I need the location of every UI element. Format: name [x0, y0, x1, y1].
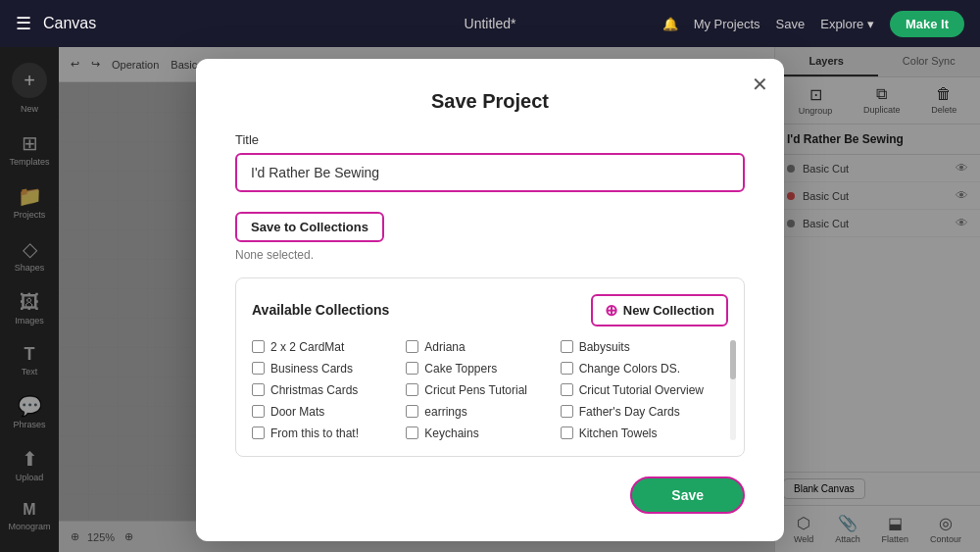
top-bar-right: 🔔 My Projects Save Explore ▾ Make It	[662, 11, 964, 37]
collection-label: From this to that!	[270, 427, 359, 440]
list-item[interactable]: Change Colors DS.	[561, 362, 714, 376]
top-bar-left: ☰ Canvas	[16, 13, 96, 34]
save-project-modal: ✕ Save Project Title Save to Collections…	[196, 59, 784, 541]
plus-circle-icon: ⊕	[605, 301, 617, 320]
list-item[interactable]: Kitchen Towels	[561, 427, 714, 440]
list-item[interactable]: Business Cards	[252, 362, 406, 376]
my-projects-link[interactable]: My Projects	[694, 17, 760, 31]
checkbox-keychains[interactable]	[406, 427, 418, 439]
collection-label: 2 x 2 CardMat	[270, 340, 344, 354]
collection-label: earrings	[424, 405, 466, 419]
checkbox-cricut-pens[interactable]	[406, 383, 418, 396]
collections-scrollbar[interactable]	[730, 340, 736, 440]
list-item[interactable]: From this to that!	[252, 427, 406, 440]
scrollbar-thumb	[730, 340, 736, 379]
project-title-input[interactable]	[235, 153, 745, 192]
save-button[interactable]: Save	[630, 477, 745, 514]
app-title: Canvas	[43, 15, 96, 32]
collections-box: Available Collections ⊕ New Collection 2…	[235, 277, 745, 457]
collection-label: Father's Day Cards	[579, 405, 680, 419]
checkbox-from-this[interactable]	[252, 427, 265, 439]
collection-label: Babysuits	[579, 340, 630, 354]
modal-title: Save Project	[235, 90, 745, 113]
collection-label: Adriana	[424, 340, 465, 354]
list-item[interactable]: 2 x 2 CardMat	[252, 340, 406, 354]
collection-label: Kitchen Towels	[579, 427, 658, 440]
modal-footer: Save	[235, 477, 745, 514]
checkbox-cake-toppers[interactable]	[406, 362, 418, 375]
collections-header: Available Collections ⊕ New Collection	[252, 294, 728, 326]
collection-label: Door Mats	[270, 405, 324, 419]
collection-label: Change Colors DS.	[579, 362, 680, 376]
list-item[interactable]: Door Mats	[252, 405, 406, 419]
list-item[interactable]: Cake Toppers	[406, 362, 560, 376]
new-collection-button[interactable]: ⊕ New Collection	[591, 294, 728, 326]
collection-label: Cricut Tutorial Overview	[579, 383, 704, 397]
hamburger-icon[interactable]: ☰	[16, 13, 31, 34]
none-selected-text: None selected.	[235, 248, 745, 262]
checkbox-business-cards[interactable]	[252, 362, 265, 375]
save-link[interactable]: Save	[776, 17, 806, 31]
checkbox-2x2cardmat[interactable]	[252, 340, 265, 353]
checkbox-change-colors[interactable]	[561, 362, 573, 375]
document-title[interactable]: Untitled*	[465, 16, 516, 31]
modal-close-button[interactable]: ✕	[752, 75, 768, 94]
explore-link[interactable]: Explore ▾	[820, 17, 874, 31]
save-to-collections-button[interactable]: Save to Collections	[235, 212, 384, 242]
checkbox-christmas-cards[interactable]	[252, 383, 265, 396]
collection-label: Keychains	[424, 427, 478, 440]
modal-overlay: ✕ Save Project Title Save to Collections…	[0, 47, 980, 552]
list-item[interactable]: Cricut Tutorial Overview	[561, 383, 714, 397]
checkbox-kitchen-towels[interactable]	[561, 427, 573, 439]
collection-label: Business Cards	[270, 362, 353, 376]
list-item[interactable]: Father's Day Cards	[561, 405, 714, 419]
collection-label: Cricut Pens Tutorial	[424, 383, 527, 397]
list-item[interactable]: Adriana	[406, 340, 560, 354]
collection-label: Cake Toppers	[424, 362, 497, 376]
available-collections-label: Available Collections	[252, 302, 389, 318]
checkbox-cricut-tutorial[interactable]	[561, 383, 573, 396]
list-item[interactable]: Christmas Cards	[252, 383, 406, 397]
checkbox-earrings[interactable]	[406, 405, 418, 418]
list-item[interactable]: Cricut Pens Tutorial	[406, 383, 560, 397]
checkbox-babysuits[interactable]	[561, 340, 573, 353]
title-field-label: Title	[235, 132, 745, 147]
make-it-button[interactable]: Make It	[890, 11, 964, 37]
top-bar: ☰ Canvas Untitled* 🔔 My Projects Save Ex…	[0, 0, 980, 47]
list-item[interactable]: Babysuits	[561, 340, 714, 354]
list-item[interactable]: earrings	[406, 405, 560, 419]
list-item[interactable]: Keychains	[406, 427, 560, 440]
bell-icon[interactable]: 🔔	[662, 17, 678, 31]
checkbox-adriana[interactable]	[406, 340, 418, 353]
checkbox-door-mats[interactable]	[252, 405, 265, 418]
new-collection-label: New Collection	[623, 303, 714, 318]
collection-label: Christmas Cards	[270, 383, 358, 397]
checkbox-fathers-day[interactable]	[561, 405, 573, 418]
